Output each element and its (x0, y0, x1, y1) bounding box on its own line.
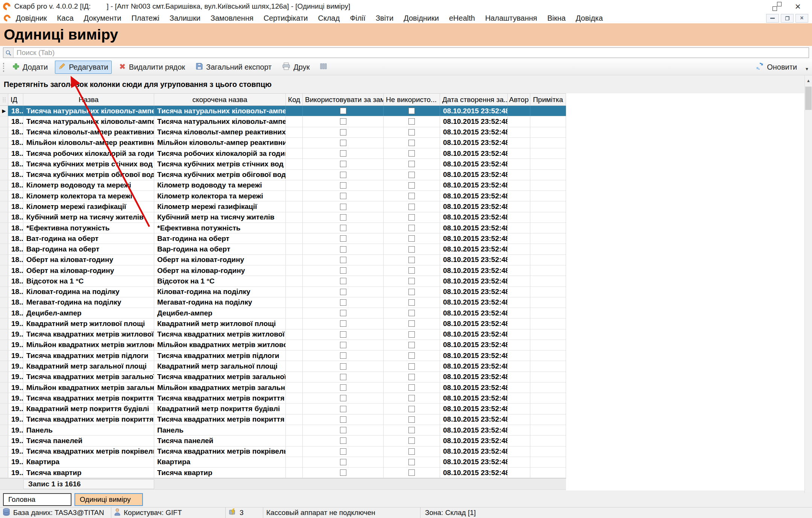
table-row[interactable]: 19..ПанельПанель08.10.2015 23:52:48 (0, 425, 566, 436)
checkbox-not-used[interactable] (408, 469, 415, 476)
checkbox-not-used[interactable] (408, 320, 415, 327)
checkbox-use-default[interactable] (340, 374, 346, 380)
table-row[interactable]: 19..Тисяча квартирТисяча квартир08.10.20… (0, 468, 566, 478)
vertical-scrollbar[interactable]: ▲ ▼ (804, 75, 812, 507)
table-row[interactable]: 19..Тисяча панелейТисяча панелей08.10.20… (0, 436, 566, 446)
checkbox-not-used[interactable] (408, 374, 415, 380)
table-row[interactable]: ▶18..Тисяча натуральних кіловольт-амперТ… (0, 106, 566, 116)
checkbox-use-default[interactable] (340, 108, 346, 114)
checkbox-use-default[interactable] (340, 129, 346, 136)
checkbox-use-default[interactable] (340, 299, 346, 306)
column-header[interactable]: Примітка (530, 94, 566, 105)
scroll-up-arrow[interactable]: ▲ (805, 75, 812, 86)
checkbox-not-used[interactable] (408, 299, 415, 306)
table-row[interactable]: 18..Кілометр колектора та мережіКілометр… (0, 191, 566, 201)
checkbox-not-used[interactable] (408, 182, 415, 189)
column-header[interactable]: Не використо... (384, 94, 440, 105)
search-icon[interactable] (3, 48, 14, 58)
group-by-panel[interactable]: Перетягніть заголовок колонки сюди для у… (0, 75, 812, 93)
table-row[interactable]: 18..Кілометр мережі газифікаціїКілометр … (0, 201, 566, 212)
checkbox-not-used[interactable] (408, 352, 415, 359)
checkbox-use-default[interactable] (340, 246, 346, 253)
table-row[interactable]: 18..Відсоток на 1 °СВідсоток на 1 °С08.1… (0, 276, 566, 286)
table-row[interactable]: 18..Кіловат-година на поділкуКіловат-год… (0, 287, 566, 297)
checkbox-not-used[interactable] (408, 395, 415, 401)
checkbox-use-default[interactable] (340, 257, 346, 263)
checkbox-not-used[interactable] (408, 289, 415, 295)
checkbox-not-used[interactable] (408, 193, 415, 199)
checkbox-use-default[interactable] (340, 427, 346, 433)
checkbox-use-default[interactable] (340, 395, 346, 401)
checkbox-not-used[interactable] (408, 172, 415, 178)
refresh-button[interactable]: Оновити (752, 60, 800, 74)
checkbox-not-used[interactable] (408, 416, 415, 423)
column-header[interactable]: Дата створення за... (440, 94, 508, 105)
menu-item[interactable]: Каса (57, 14, 74, 23)
table-row[interactable]: 18..Тисяча робочих кілокалорій за годину… (0, 148, 566, 159)
checkbox-not-used[interactable] (408, 246, 415, 253)
checkbox-use-default[interactable] (340, 469, 346, 476)
checkbox-use-default[interactable] (340, 267, 346, 274)
checkbox-use-default[interactable] (340, 331, 346, 338)
checkbox-not-used[interactable] (408, 129, 415, 136)
checkbox-not-used[interactable] (408, 448, 415, 455)
checkbox-not-used[interactable] (408, 225, 415, 231)
menu-item[interactable]: Налаштування (485, 14, 537, 23)
menu-item[interactable]: Довідка (576, 14, 603, 23)
mdi-restore-button[interactable] (781, 14, 794, 23)
checkbox-not-used[interactable] (408, 384, 415, 391)
checkbox-use-default[interactable] (340, 459, 346, 465)
mdi-close-button[interactable]: × (795, 14, 808, 23)
checkbox-use-default[interactable] (340, 214, 346, 221)
menu-item[interactable]: Довідник (16, 14, 47, 23)
table-row[interactable]: 18..Кубічний метр на тисячу жителівКубіч… (0, 212, 566, 223)
mdi-minimize-button[interactable] (766, 14, 779, 23)
tab-units[interactable]: Одиниці виміру (74, 493, 143, 506)
checkbox-use-default[interactable] (340, 342, 346, 348)
checkbox-use-default[interactable] (340, 416, 346, 423)
checkbox-use-default[interactable] (340, 320, 346, 327)
checkbox-use-default[interactable] (340, 235, 346, 242)
table-row[interactable]: 18..*Ефективна потужність*Ефективна поту… (0, 223, 566, 233)
table-row[interactable]: 19..КвартираКвартира08.10.2015 23:52:48 (0, 457, 566, 468)
print-button[interactable]: Друк (279, 61, 313, 74)
checkbox-not-used[interactable] (408, 140, 415, 146)
table-row[interactable]: 19..Тисяча квадратних метрів покрівель..… (0, 446, 566, 457)
table-row[interactable]: 19..Квадратний метр покриття будівліКвад… (0, 404, 566, 414)
row-indicator-header[interactable] (0, 94, 8, 105)
add-button[interactable]: Додати (9, 61, 51, 74)
menu-item[interactable]: Сертифікати (264, 14, 308, 23)
column-header[interactable]: Автор (508, 94, 530, 105)
chevron-down-icon[interactable]: ▼ (805, 67, 809, 71)
tab-home[interactable]: Головна (3, 493, 71, 506)
edit-button[interactable]: Редагувати (55, 61, 112, 74)
checkbox-use-default[interactable] (340, 448, 346, 455)
table-row[interactable]: 19..Тисяча квадратних метрів загальної..… (0, 372, 566, 382)
table-row[interactable]: 18..Ват-година на обертВат-година на обе… (0, 233, 566, 244)
toolbar-grip-handle[interactable] (3, 63, 5, 72)
menu-item[interactable]: Довідники (404, 14, 439, 23)
table-row[interactable]: 18..Оберт на кіловат-годинуОберт на кіло… (0, 255, 566, 265)
checkbox-use-default[interactable] (340, 384, 346, 391)
checkbox-use-default[interactable] (340, 204, 346, 210)
export-button[interactable]: Загальний експорт (192, 61, 275, 74)
checkbox-not-used[interactable] (408, 310, 415, 316)
table-row[interactable]: 18..Кілометр водоводу та мережіКілометр … (0, 180, 566, 191)
table-row[interactable]: 19..Тисяча квадратних метрів покриття ..… (0, 414, 566, 425)
column-chooser-button[interactable] (317, 61, 330, 73)
checkbox-use-default[interactable] (340, 310, 346, 316)
table-row[interactable]: 18..Тисяча кубічних метрів обігової води… (0, 170, 566, 180)
checkbox-not-used[interactable] (408, 214, 415, 221)
checkbox-not-used[interactable] (408, 267, 415, 274)
search-input[interactable] (14, 48, 809, 58)
checkbox-not-used[interactable] (408, 406, 415, 412)
checkbox-not-used[interactable] (408, 459, 415, 465)
checkbox-not-used[interactable] (408, 161, 415, 167)
checkbox-use-default[interactable] (340, 225, 346, 231)
table-row[interactable]: 18..Мегават-година на поділкуМегават-год… (0, 297, 566, 308)
checkbox-not-used[interactable] (408, 437, 415, 444)
scrollbar-thumb[interactable] (805, 87, 812, 110)
checkbox-use-default[interactable] (340, 161, 346, 167)
menu-item[interactable]: Склад (318, 14, 340, 23)
checkbox-not-used[interactable] (408, 363, 415, 370)
